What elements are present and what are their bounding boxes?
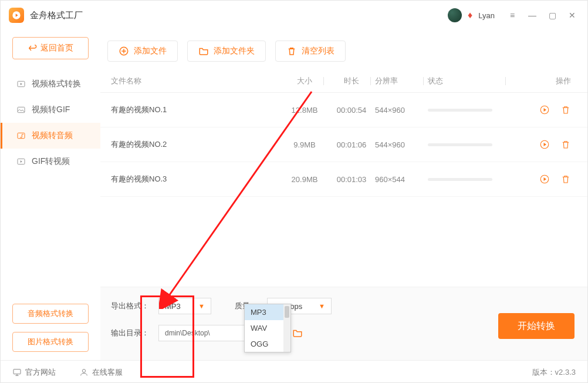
play-icon[interactable] xyxy=(539,105,550,115)
sidebar-item-label: GIF转视频 xyxy=(32,156,70,167)
add-folder-button[interactable]: 添加文件夹 xyxy=(187,41,266,62)
sidebar-item-gif-to-video[interactable]: GIF转视频 xyxy=(1,149,100,174)
add-file-button[interactable]: 添加文件 xyxy=(107,41,178,62)
table-header: 文件名称 大小 时长 分辨率 状态 操作 xyxy=(100,70,587,93)
image-icon xyxy=(16,105,26,115)
play-icon xyxy=(16,157,26,166)
username: Lyan xyxy=(478,11,495,20)
format-dropdown: MP3 WAV OGG xyxy=(244,304,291,352)
export-format-label: 导出格式： xyxy=(111,301,149,311)
official-site-link[interactable]: 官方网站 xyxy=(12,367,56,378)
table-row: 有趣的视频NO.1 12.8MB 00:00:54 544×960 xyxy=(100,93,587,127)
play-icon[interactable] xyxy=(539,139,550,150)
maximize-button[interactable]: ▢ xyxy=(545,8,559,22)
monitor-icon xyxy=(12,368,22,377)
export-format-select[interactable]: MP3 ▼ xyxy=(158,298,211,314)
delete-icon[interactable] xyxy=(560,139,571,150)
avatar[interactable] xyxy=(448,8,462,22)
headset-icon xyxy=(79,368,89,377)
folder-icon xyxy=(292,328,303,338)
image-convert-button[interactable]: 图片格式转换 xyxy=(12,332,89,352)
progress-bar xyxy=(428,143,492,146)
table-row: 有趣的视频NO.2 9.9MB 00:01:06 544×960 xyxy=(100,127,587,162)
clear-list-button[interactable]: 清空列表 xyxy=(275,41,346,62)
back-icon xyxy=(28,43,37,53)
svg-rect-9 xyxy=(13,369,21,374)
sidebar-item-label: 视频转GIF xyxy=(32,105,70,115)
home-button[interactable]: 返回首页 xyxy=(12,37,89,59)
output-dir-label: 输出目录： xyxy=(111,328,149,338)
delete-icon[interactable] xyxy=(560,105,571,115)
svg-point-10 xyxy=(82,369,85,372)
vip-icon: ♦ xyxy=(468,10,472,21)
scrollbar[interactable] xyxy=(283,304,290,352)
support-link[interactable]: 在线客服 xyxy=(79,367,123,378)
menu-icon[interactable]: ≡ xyxy=(505,8,519,22)
open-folder-button[interactable] xyxy=(292,328,303,338)
svg-rect-2 xyxy=(18,107,25,112)
delete-icon[interactable] xyxy=(560,174,571,184)
music-icon xyxy=(16,131,26,140)
start-convert-button[interactable]: 开始转换 xyxy=(498,313,575,339)
app-title: 金舟格式工厂 xyxy=(30,10,83,21)
close-button[interactable]: ✕ xyxy=(565,8,579,22)
chevron-down-icon: ▼ xyxy=(198,303,205,310)
trash-icon xyxy=(286,46,297,56)
play-icon xyxy=(16,79,26,89)
plus-circle-icon xyxy=(119,46,129,56)
app-logo xyxy=(9,8,24,23)
play-icon[interactable] xyxy=(539,174,550,184)
progress-bar xyxy=(428,109,492,112)
version-label: 版本：v2.3.3 xyxy=(532,367,576,378)
sidebar-item-video-to-gif[interactable]: 视频转GIF xyxy=(1,97,100,123)
sidebar-item-label: 视频格式转换 xyxy=(32,79,81,89)
sidebar-item-label: 视频转音频 xyxy=(32,130,73,141)
table-row: 有趣的视频NO.3 20.9MB 00:01:03 960×544 xyxy=(100,162,587,197)
folder-icon xyxy=(198,46,209,56)
home-button-label: 返回首页 xyxy=(40,43,73,53)
sidebar-item-video-to-audio[interactable]: 视频转音频 xyxy=(1,123,100,149)
sidebar-item-video-convert[interactable]: 视频格式转换 xyxy=(1,71,100,97)
chevron-down-icon: ▼ xyxy=(319,303,325,310)
audio-convert-button[interactable]: 音频格式转换 xyxy=(12,304,89,324)
minimize-button[interactable]: — xyxy=(525,8,539,22)
progress-bar xyxy=(428,178,492,181)
